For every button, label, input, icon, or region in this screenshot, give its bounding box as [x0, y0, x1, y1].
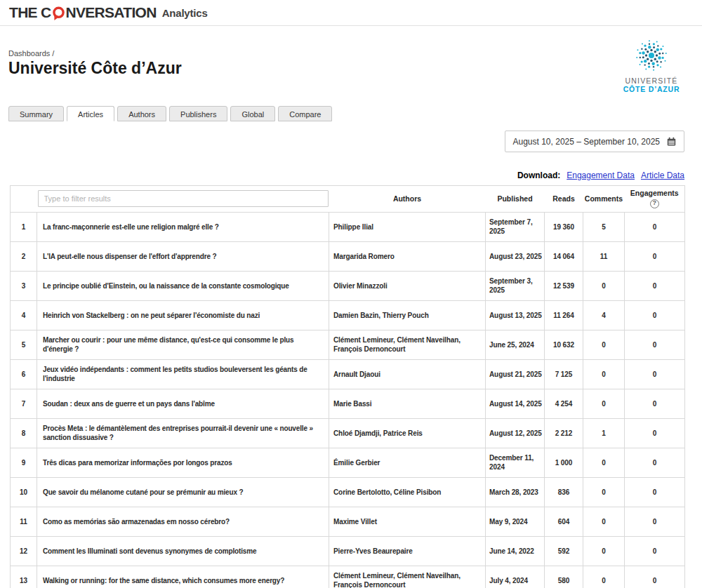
table-row: 1La franc-maçonnerie est-elle une religi…	[11, 212, 685, 241]
column-header-authors[interactable]: Authors	[329, 186, 486, 213]
article-reads: 14 064	[545, 241, 583, 271]
download-link-article-data[interactable]: Article Data	[641, 171, 684, 180]
article-rank: 12	[11, 536, 37, 566]
article-published: December 11, 2024	[486, 448, 545, 477]
article-title-link[interactable]: Que savoir du mélanome cutané pour se pr…	[37, 477, 329, 507]
tab-compare[interactable]: Compare	[278, 106, 332, 121]
article-comments: 0	[583, 507, 625, 536]
filter-input[interactable]	[38, 190, 329, 207]
article-comments: 11	[583, 241, 625, 271]
article-rank: 10	[11, 477, 37, 507]
article-comments: 0	[583, 566, 625, 588]
article-rank: 5	[11, 330, 37, 359]
tab-articles[interactable]: Articles	[67, 106, 114, 121]
article-comments: 0	[583, 448, 625, 477]
table-row: 11Como as memórias são armazenadas em no…	[11, 507, 685, 536]
tab-publishers[interactable]: Publishers	[169, 106, 227, 121]
table-row: 6Jeux vidéo indépendants : comment les p…	[11, 359, 685, 389]
article-rank: 13	[11, 566, 37, 588]
top-bar: THE C NVERSATION Analytics	[0, 0, 702, 26]
article-reads: 19 360	[545, 212, 583, 241]
dashboard-tabs: SummaryArticlesAuthorsPublishersGlobalCo…	[8, 106, 332, 121]
article-title-link[interactable]: Marcher ou courir : pour une même distan…	[37, 330, 329, 359]
article-authors: Damien Bazin, Thierry Pouch	[329, 300, 486, 330]
download-bar: Download: Engagement DataArticle Data	[517, 171, 684, 180]
article-comments: 0	[583, 359, 625, 389]
column-header-published[interactable]: Published	[486, 186, 545, 213]
article-reads: 604	[545, 507, 583, 536]
article-rank: 1	[11, 212, 37, 241]
table-row: 12Comment les Illuminati sont devenus sy…	[11, 536, 685, 566]
article-title-link[interactable]: Walking or running: for the same distanc…	[37, 566, 329, 588]
article-authors: Arnault Djaoui	[329, 359, 486, 389]
download-label: Download:	[517, 171, 560, 180]
column-header-engagements[interactable]: Engagements ?	[625, 186, 685, 213]
speech-bubble-o-icon	[52, 6, 65, 22]
article-engagements: 0	[625, 359, 685, 389]
articles-table: Authors Published Reads Comments Engagem…	[10, 185, 684, 588]
help-icon[interactable]: ?	[650, 199, 659, 208]
article-title-link[interactable]: Heinrich von Stackelberg : on ne peut sé…	[37, 300, 329, 330]
article-comments: 4	[583, 300, 625, 330]
conversation-logo[interactable]: THE C NVERSATION Analytics	[9, 4, 208, 22]
article-comments: 0	[583, 330, 625, 359]
article-published: August 13, 2025	[486, 300, 545, 330]
article-authors: Margarida Romero	[329, 241, 486, 271]
article-authors: Émilie Gerbier	[329, 448, 486, 477]
article-title-link[interactable]: Le principe oublié d'Einstein, ou la nai…	[37, 271, 329, 300]
article-published: September 7, 2025	[486, 212, 545, 241]
article-comments: 5	[583, 212, 625, 241]
article-authors: Chloé Djamdji, Patrice Reis	[329, 418, 486, 448]
engagements-label: Engagements	[630, 189, 679, 198]
article-reads: 7 125	[545, 359, 583, 389]
article-engagements: 0	[625, 418, 685, 448]
column-header-comments[interactable]: Comments	[583, 186, 625, 213]
article-engagements: 0	[625, 389, 685, 418]
breadcrumb[interactable]: Dashboards /	[8, 49, 54, 58]
table-header-row: Authors Published Reads Comments Engagem…	[11, 186, 685, 213]
article-reads: 580	[545, 566, 583, 588]
column-header-reads[interactable]: Reads	[545, 186, 583, 213]
article-comments: 0	[583, 536, 625, 566]
article-title-link[interactable]: La franc-maçonnerie est-elle une religio…	[37, 212, 329, 241]
article-rank: 2	[11, 241, 37, 271]
article-title-link[interactable]: Soudan : deux ans de guerre et un pays d…	[37, 389, 329, 418]
date-range-picker[interactable]: August 10, 2025 – September 10, 2025	[505, 131, 685, 152]
article-rank: 11	[11, 507, 37, 536]
article-comments: 0	[583, 389, 625, 418]
date-range-value: August 10, 2025 – September 10, 2025	[513, 137, 661, 147]
article-authors: Pierre-Yves Beaurepaire	[329, 536, 486, 566]
article-rank: 8	[11, 418, 37, 448]
article-published: May 9, 2024	[486, 507, 545, 536]
filter-cell	[37, 186, 329, 213]
article-authors: Philippe Ilial	[329, 212, 486, 241]
tab-summary[interactable]: Summary	[8, 106, 64, 121]
article-published: August 14, 2025	[486, 389, 545, 418]
rank-column-header	[11, 186, 37, 213]
article-comments: 0	[583, 477, 625, 507]
table-row: 10Que savoir du mélanome cutané pour se …	[11, 477, 685, 507]
article-title-link[interactable]: L'IA peut-elle nous dispenser de l'effor…	[37, 241, 329, 271]
tab-global[interactable]: Global	[230, 106, 275, 121]
article-rank: 3	[11, 271, 37, 300]
article-title-link[interactable]: Três dicas para memorizar informações po…	[37, 448, 329, 477]
article-authors: Olivier Minazzoli	[329, 271, 486, 300]
article-title-link[interactable]: Procès Meta : le démantèlement des entre…	[37, 418, 329, 448]
download-link-engagement-data[interactable]: Engagement Data	[567, 171, 635, 180]
article-title-link[interactable]: Jeux vidéo indépendants : comment les pe…	[37, 359, 329, 389]
article-engagements: 0	[625, 448, 685, 477]
article-rank: 7	[11, 389, 37, 418]
article-authors: Clément Lemineur, Clément Naveilhan, Fra…	[329, 330, 486, 359]
table-row: 3Le principe oublié d'Einstein, ou la na…	[11, 271, 685, 300]
article-published: July 4, 2024	[486, 566, 545, 588]
table-row: 5Marcher ou courir : pour une même dista…	[11, 330, 685, 359]
uca-dots-icon	[630, 36, 673, 76]
article-published: June 14, 2022	[486, 536, 545, 566]
article-title-link[interactable]: Como as memórias são armazenadas em noss…	[37, 507, 329, 536]
article-title-link[interactable]: Comment les Illuminati sont devenus syno…	[37, 536, 329, 566]
tab-authors[interactable]: Authors	[117, 106, 166, 121]
table-row: 7Soudan : deux ans de guerre et un pays …	[11, 389, 685, 418]
article-engagements: 0	[625, 566, 685, 588]
article-reads: 1 000	[545, 448, 583, 477]
article-rank: 4	[11, 300, 37, 330]
